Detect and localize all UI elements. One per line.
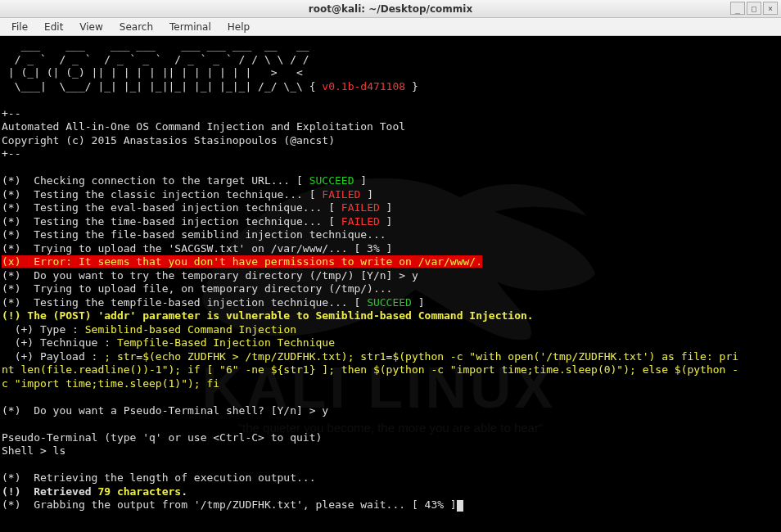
status-line: (*) Checking connection to the target UR… — [2, 174, 309, 187]
status-line: (*) Trying to upload the 'SACGSW.txt' on… — [2, 242, 392, 255]
type-value: Semiblind-based Command Injection — [85, 323, 296, 336]
technique-value: Tempfile-Based Injection Technique — [117, 336, 335, 349]
status-line: (*) Testing the tempfile-based injection… — [2, 296, 367, 309]
menu-terminal[interactable]: Terminal — [161, 19, 219, 35]
status-failed: FAILED — [341, 215, 380, 228]
ascii-line: / _ ` / _ ` / _ ` _ ` / _ ` _ ` / / \ \ … — [2, 53, 309, 65]
status-line: (*) Testing the file-based semiblind inj… — [2, 228, 386, 241]
payload-label: (+) Payload : — [2, 350, 104, 363]
technique-label: (+) Technique : — [2, 336, 117, 349]
ascii-bracket: { — [303, 80, 322, 92]
payload-value: nt len(file.readline())-1"); if [ "6" -n… — [2, 363, 738, 376]
bracket-close: ] — [360, 188, 373, 201]
status-line: (*) Testing the time-based injection tec… — [2, 215, 341, 228]
status-failed: FAILED — [322, 188, 360, 201]
error-line: (x) Error: It seems that you don't have … — [2, 255, 482, 268]
ascii-close: } — [405, 80, 418, 92]
retrieved-label: (!) Retrieved — [2, 485, 97, 498]
copyright: Copyright (c) 2015 Anastasios Stasinopou… — [2, 134, 335, 147]
menu-help[interactable]: Help — [219, 19, 258, 35]
status-succeed: SUCCEED — [367, 296, 412, 309]
type-label: (+) Type : — [2, 323, 85, 336]
window-title: root@kali: ~/Desktop/commix — [309, 3, 472, 15]
shell-prompt[interactable]: Shell > ls — [2, 444, 65, 457]
titlebar: root@kali: ~/Desktop/commix _ □ × — [0, 0, 781, 18]
status-line: (*) Retrieving the length of execution o… — [2, 471, 316, 484]
bracket-close: ] — [380, 215, 393, 228]
menubar: File Edit View Search Terminal Help — [0, 18, 781, 36]
tool-title: Automated All-in-One OS Command Injectio… — [2, 120, 405, 133]
window-controls: _ □ × — [730, 2, 778, 15]
bracket-close: ] — [380, 201, 393, 214]
menu-edit[interactable]: Edit — [36, 19, 71, 35]
terminal-viewport[interactable]: KALI LINUXTM "the quieter you become, th… — [0, 36, 781, 532]
payload-value: ; str=$(echo ZUDFHK > /tmp/ZUDFHK.txt); … — [104, 350, 738, 363]
retrieved-post: . — [181, 485, 187, 498]
minimize-button[interactable]: _ — [730, 2, 745, 15]
close-button[interactable]: × — [763, 2, 778, 15]
status-failed: FAILED — [341, 201, 380, 214]
menu-file[interactable]: File — [3, 19, 36, 35]
ascii-line: | (_| (| (_) || | | | | || | | | | | | >… — [2, 66, 303, 79]
pseudo-terminal-hint: Pseudo-Terminal (type 'q' or use <Ctrl-C… — [2, 431, 322, 444]
maximize-button[interactable]: □ — [747, 2, 761, 15]
status-line: (*) Testing the eval-based injection tec… — [2, 201, 341, 214]
separator: +-- — [2, 147, 20, 160]
payload-value: c "import time;time.sleep(1)"); fi — [2, 377, 219, 390]
bracket-close: ] — [412, 296, 425, 309]
version-text: v0.1b-d471108 — [322, 80, 405, 92]
menu-view[interactable]: View — [71, 19, 111, 35]
status-line: (*) Grabbing the output from '/tmp/ZUDFH… — [2, 498, 457, 511]
ascii-line: \___| \___/ |_| |_| |_||_| |_| |_|_| /_/… — [2, 80, 303, 92]
status-line: (*) Testing the classic injection techni… — [2, 188, 322, 201]
vuln-line: (!) The (POST) 'addr' parameter is vulne… — [2, 309, 534, 322]
prompt-line: (*) Do you want to try the temporary dir… — [2, 269, 418, 282]
cursor-icon — [457, 500, 463, 512]
separator: +-- — [2, 107, 20, 119]
status-line: (*) Trying to upload file, on temporary … — [2, 282, 392, 295]
status-succeed: SUCCEED — [309, 174, 354, 187]
terminal-output: ___ ___ ___ ___ ___ ___ ___ __ __ / _ ` … — [0, 36, 781, 532]
ascii-line: ___ ___ ___ ___ ___ ___ ___ __ __ — [2, 39, 309, 52]
menu-search[interactable]: Search — [111, 19, 161, 35]
bracket-close: ] — [354, 174, 367, 187]
prompt-line: (*) Do you want a Pseudo-Terminal shell?… — [2, 404, 328, 417]
retrieved-value: 79 characters — [97, 485, 181, 498]
